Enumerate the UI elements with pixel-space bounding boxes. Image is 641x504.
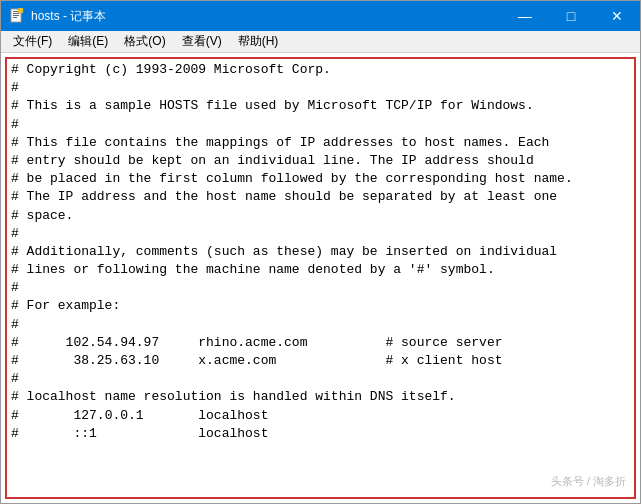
maximize-button[interactable]: □ bbox=[548, 1, 594, 31]
watermark: 头条号 / 淘多折 bbox=[551, 474, 626, 489]
menu-item[interactable]: 查看(V) bbox=[174, 31, 230, 52]
svg-rect-4 bbox=[13, 17, 17, 18]
window-controls: — □ ✕ bbox=[502, 1, 640, 31]
menu-item[interactable]: 文件(F) bbox=[5, 31, 60, 52]
title-bar: hosts - 记事本 — □ ✕ bbox=[1, 1, 640, 31]
content-area[interactable]: # Copyright (c) 1993-2009 Microsoft Corp… bbox=[5, 57, 636, 499]
svg-rect-3 bbox=[13, 15, 19, 16]
close-button[interactable]: ✕ bbox=[594, 1, 640, 31]
menu-item[interactable]: 帮助(H) bbox=[230, 31, 287, 52]
text-content: # Copyright (c) 1993-2009 Microsoft Corp… bbox=[11, 61, 630, 443]
window-title: hosts - 记事本 bbox=[31, 8, 106, 25]
title-bar-left: hosts - 记事本 bbox=[9, 8, 106, 25]
menu-item[interactable]: 格式(O) bbox=[116, 31, 173, 52]
notepad-icon bbox=[9, 8, 25, 24]
window: hosts - 记事本 — □ ✕ 文件(F)编辑(E)格式(O)查看(V)帮助… bbox=[0, 0, 641, 504]
minimize-button[interactable]: — bbox=[502, 1, 548, 31]
menu-item[interactable]: 编辑(E) bbox=[60, 31, 116, 52]
menu-bar: 文件(F)编辑(E)格式(O)查看(V)帮助(H) bbox=[1, 31, 640, 53]
